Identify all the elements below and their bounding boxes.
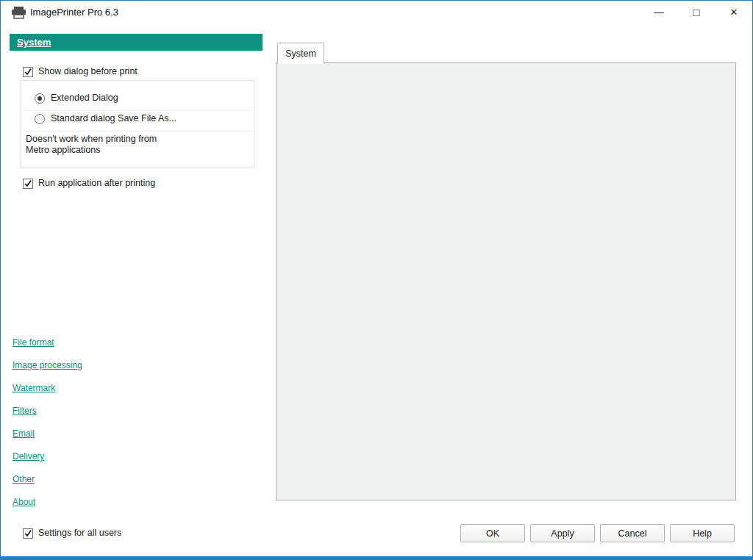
extended-dialog-label: Extended Dialog bbox=[51, 93, 118, 103]
close-button[interactable]: ✕ bbox=[720, 2, 748, 21]
run-app-label: Run application after printing bbox=[38, 178, 155, 188]
show-dialog-label: Show dialog before print bbox=[38, 66, 138, 76]
check-icon bbox=[24, 179, 32, 188]
sidebar-link-file-format[interactable]: File format bbox=[13, 337, 54, 348]
sidebar-link-image-processing[interactable]: Image processing bbox=[13, 360, 82, 370]
system-tab-page bbox=[276, 62, 736, 500]
show-dialog-checkbox[interactable] bbox=[23, 67, 33, 77]
settings-all-users-checkbox[interactable] bbox=[23, 528, 33, 539]
check-icon bbox=[24, 529, 32, 538]
sidebar-link-other[interactable]: Other bbox=[13, 474, 35, 484]
metro-note-line1: Doesn't work when printing from bbox=[26, 134, 157, 144]
separator bbox=[24, 131, 251, 132]
maximize-button[interactable]: □ bbox=[682, 2, 710, 21]
sidebar-link-email[interactable]: Email bbox=[13, 428, 35, 439]
settings-all-users-label: Settings for all users bbox=[38, 528, 121, 538]
sidebar-header-system: System bbox=[10, 34, 263, 51]
window-title: ImagePrinter Pro 6.3 bbox=[30, 7, 118, 18]
extended-dialog-radio[interactable] bbox=[35, 93, 45, 104]
minimize-button[interactable]: — bbox=[645, 2, 673, 21]
help-button[interactable]: Help bbox=[670, 524, 735, 542]
apply-button[interactable]: Apply bbox=[530, 524, 595, 542]
app-window: ImagePrinter Pro 6.3 — □ ✕ System Show d… bbox=[0, 0, 753, 560]
title-bar: ImagePrinter Pro 6.3 — □ ✕ bbox=[1, 1, 752, 24]
check-icon bbox=[24, 68, 32, 76]
sidebar-link-about[interactable]: About bbox=[13, 497, 35, 507]
sidebar-link-watermark[interactable]: Watermark bbox=[13, 383, 55, 393]
separator bbox=[24, 110, 251, 111]
standard-dialog-label: Standard dialog Save File As... bbox=[51, 113, 176, 123]
tab-system[interactable]: System bbox=[277, 43, 324, 64]
standard-dialog-radio[interactable] bbox=[35, 114, 45, 124]
sidebar-link-delivery[interactable]: Delivery bbox=[13, 451, 44, 462]
cancel-button[interactable]: Cancel bbox=[600, 524, 665, 542]
run-app-checkbox[interactable] bbox=[23, 179, 33, 189]
metro-note-line2: Metro applications bbox=[26, 145, 100, 155]
sidebar-link-filters[interactable]: Filters bbox=[13, 406, 37, 416]
dialog-type-group: Extended Dialog Standard dialog Save Fil… bbox=[21, 80, 254, 168]
ok-button[interactable]: OK bbox=[460, 524, 525, 542]
printer-icon bbox=[11, 7, 26, 21]
